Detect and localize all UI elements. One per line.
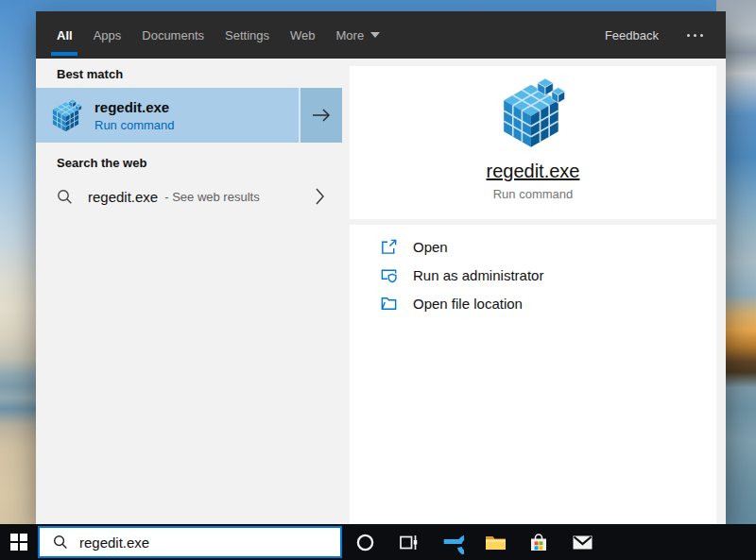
action-run-as-admin[interactable]: Run as administrator	[380, 261, 716, 289]
result-subtitle: Run command	[94, 118, 175, 132]
search-web-header: Search the web	[57, 156, 342, 170]
web-search-result[interactable]: regedit.exe - See web results	[36, 177, 342, 216]
edge-icon	[439, 530, 464, 554]
tab-settings-label: Settings	[225, 28, 269, 42]
expand-result-button[interactable]	[299, 88, 342, 143]
more-options-icon[interactable]	[687, 34, 703, 37]
tab-documents[interactable]: Documents	[131, 11, 215, 59]
task-view-button[interactable]	[387, 524, 429, 560]
regedit-icon	[51, 99, 82, 132]
folder-location-icon	[380, 295, 398, 313]
search-icon	[57, 189, 73, 205]
action-open-label: Open	[413, 239, 448, 255]
search-input[interactable]	[79, 535, 316, 551]
screen: All Apps Documents Settings Web More Fe	[0, 0, 756, 560]
tab-all[interactable]: All	[46, 11, 83, 59]
taskbar-search-box[interactable]	[38, 526, 342, 558]
best-match-item[interactable]: regedit.exe Run command	[36, 88, 299, 143]
mail-button[interactable]	[561, 524, 603, 560]
result-title: regedit.exe	[94, 99, 175, 115]
action-run-admin-label: Run as administrator	[413, 267, 543, 283]
preview-card: regedit.exe Run command	[350, 66, 716, 219]
tab-apps-label: Apps	[94, 28, 122, 42]
web-query-text: regedit.exe	[88, 189, 158, 205]
store-icon	[529, 534, 548, 552]
cortana-icon	[355, 533, 375, 552]
start-search-flyout: All Apps Documents Settings Web More Fe	[36, 11, 726, 524]
header-right-group: Feedback	[597, 11, 726, 59]
tab-web-label: Web	[290, 28, 316, 42]
file-explorer-icon	[485, 534, 507, 551]
preview-pane: regedit.exe Run command Open	[342, 59, 726, 524]
edge-button[interactable]	[431, 524, 472, 560]
action-file-location-label: Open file location	[413, 296, 523, 312]
chevron-right-icon	[316, 188, 325, 205]
best-match-result: regedit.exe Run command	[36, 88, 342, 143]
feedback-label: Feedback	[605, 28, 659, 42]
tab-web[interactable]: Web	[280, 11, 326, 59]
open-icon	[380, 238, 398, 256]
tab-more-label: More	[336, 28, 365, 42]
action-open-file-location[interactable]: Open file location	[380, 289, 716, 317]
tab-apps[interactable]: Apps	[83, 11, 132, 59]
action-open[interactable]: Open	[380, 232, 716, 261]
file-explorer-button[interactable]	[474, 524, 516, 560]
mail-icon	[573, 535, 593, 550]
search-icon	[53, 535, 68, 550]
task-view-icon	[399, 535, 419, 551]
taskbar	[0, 524, 756, 560]
tab-documents-label: Documents	[142, 28, 204, 42]
chevron-down-icon	[370, 32, 380, 38]
regedit-icon-large	[500, 78, 566, 148]
best-match-header: Best match	[57, 67, 342, 81]
preview-subtitle: Run command	[493, 187, 574, 201]
search-filter-bar: All Apps Documents Settings Web More Fe	[36, 11, 726, 59]
web-suffix-text: - See web results	[164, 190, 259, 204]
cortana-button[interactable]	[344, 524, 386, 560]
windows-logo-icon	[10, 534, 27, 551]
start-button[interactable]	[0, 524, 38, 560]
admin-shield-icon	[380, 266, 398, 284]
tab-more[interactable]: More	[326, 11, 391, 59]
tab-settings[interactable]: Settings	[215, 11, 280, 59]
results-list: Best match regedit.exe Run command	[36, 59, 342, 524]
active-tab-indicator	[51, 52, 77, 56]
preview-title: regedit.exe	[487, 161, 580, 182]
store-button[interactable]	[518, 524, 559, 560]
actions-list: Open Run as administrator	[350, 225, 716, 524]
feedback-button[interactable]: Feedback	[597, 28, 666, 42]
tab-all-label: All	[57, 28, 73, 42]
arrow-right-icon	[311, 108, 332, 123]
